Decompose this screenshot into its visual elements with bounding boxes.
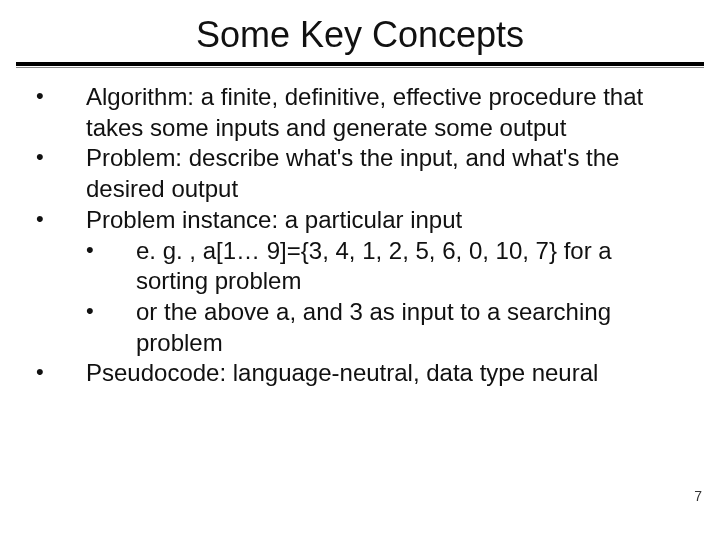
bullet-text: Problem instance: a particular input [86, 206, 462, 233]
sub-bullet-text: e. g. , a[1… 9]={3, 4, 1, 2, 5, 6, 0, 10… [136, 237, 612, 295]
slide: Some Key Concepts Algorithm: a finite, d… [0, 0, 720, 540]
sub-bullet-text: or the above a, and 3 as input to a sear… [136, 298, 611, 356]
bullet-text: Problem: describe what's the input, and … [86, 144, 619, 202]
sub-bullet-item: e. g. , a[1… 9]={3, 4, 1, 2, 5, 6, 0, 10… [86, 236, 690, 297]
sub-bullet-list: e. g. , a[1… 9]={3, 4, 1, 2, 5, 6, 0, 10… [86, 236, 690, 359]
slide-content: Algorithm: a finite, definitive, effecti… [0, 82, 720, 389]
title-divider [16, 62, 704, 68]
sub-bullet-item: or the above a, and 3 as input to a sear… [86, 297, 690, 358]
bullet-text: Pseudocode: language-neutral, data type … [86, 359, 598, 386]
bullet-item: Problem instance: a particular input e. … [30, 205, 690, 359]
bullet-item: Algorithm: a finite, definitive, effecti… [30, 82, 690, 143]
bullet-item: Pseudocode: language-neutral, data type … [30, 358, 690, 389]
page-number: 7 [694, 488, 702, 504]
slide-title: Some Key Concepts [0, 0, 720, 62]
bullet-item: Problem: describe what's the input, and … [30, 143, 690, 204]
bullet-list: Algorithm: a finite, definitive, effecti… [30, 82, 690, 389]
bullet-text: Algorithm: a finite, definitive, effecti… [86, 83, 643, 141]
